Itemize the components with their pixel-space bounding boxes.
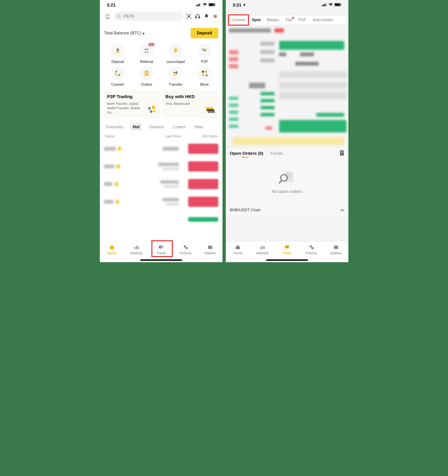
trade-tab-margin[interactable]: Margin [264,15,282,25]
svg-rect-39 [134,247,135,249]
svg-rect-6 [215,4,215,5]
document-icon[interactable] [340,150,344,156]
quick-p2p[interactable]: P2P [191,44,218,64]
market-tab-losers[interactable]: Losers [171,123,188,131]
empty-orders: No open orders [226,159,348,205]
market-row[interactable] [104,210,218,228]
quick-referral[interactable]: HotReferral [133,44,161,64]
balance-label[interactable]: Total Balance (BTC) ▸ [104,31,145,36]
quick-convert[interactable]: Convert [104,66,132,87]
nav-wallets[interactable]: Wallets [200,244,220,255]
chart-toggle[interactable]: BNB/USDT Chart [226,205,348,215]
coin-icon[interactable] [212,13,218,19]
nav-markets[interactable]: Markets [126,244,147,255]
nav-home[interactable]: Home [228,244,248,255]
svg-point-35 [153,110,155,112]
svg-rect-28 [202,71,204,73]
market-table-header: Name Last Price 24h chg% [100,132,223,140]
quick-transfer[interactable]: Transfer [162,66,190,87]
futures-icon [183,244,189,250]
svg-rect-67 [263,246,264,249]
funds-tab[interactable]: Funds [270,151,283,156]
svg-rect-48 [322,5,323,6]
chevron-right-icon: ▸ [143,31,145,36]
nav-trade[interactable]: Trade [151,244,171,255]
promo-card-1[interactable]: Buy with HKDVisa, Mastercard [162,91,218,119]
market-row[interactable] [104,175,218,193]
svg-rect-60 [286,173,292,174]
trade-screen: 3:21 ConvertSpotMarginFiatP2PAuto-Invest [226,0,348,262]
download-icon [111,44,125,57]
svg-point-20 [205,48,207,50]
markets-icon [134,244,140,250]
svg-rect-11 [196,17,196,18]
empty-text: No open orders [272,189,302,194]
quick-download[interactable]: Deposit [104,44,132,64]
svg-point-19 [202,48,204,50]
trade-tab-auto-invest[interactable]: Auto-Invest [309,15,336,25]
rocket-icon [169,44,183,57]
svg-rect-25 [146,72,148,72]
nav-futures[interactable]: Futures [175,244,196,255]
status-bar: 3:21 [100,0,223,10]
nav-futures[interactable]: Futures [301,244,322,255]
nav-markets[interactable]: Markets [252,244,273,255]
market-row[interactable] [104,193,218,210]
promo-card-0[interactable]: P2P TradingBank Transfer, Digital Wallet… [104,91,160,119]
home-screen: 3:21 [100,0,223,262]
nav-home[interactable]: Home [102,244,122,255]
promo-row: P2P TradingBank Transfer, Digital Wallet… [100,91,223,122]
svg-rect-29 [205,70,207,73]
market-tab-hot[interactable]: Hot [130,123,142,131]
promo-icon [204,104,215,115]
trade-tab-p2p[interactable]: P2P [295,15,309,25]
avatar-icon[interactable] [104,13,111,20]
wifi-icon [202,3,207,7]
p2p-icon [197,44,211,57]
open-orders-tab[interactable]: Open Orders (0) [230,151,263,156]
svg-rect-61 [286,175,292,176]
scan-icon[interactable] [186,13,192,19]
top-header [100,10,223,23]
svg-line-9 [120,17,121,18]
home-icon [109,244,115,250]
location-icon [242,4,246,7]
quick-rocket[interactable]: Launchpad [162,44,190,64]
svg-rect-57 [341,153,343,153]
nav-trade[interactable]: Trade [277,244,297,255]
market-tab-new[interactable]: New [193,123,206,131]
market-row[interactable] [104,140,218,158]
market-tab-gainers[interactable]: Gainers [147,123,166,131]
market-rows [100,140,223,228]
svg-point-33 [152,106,155,109]
market-tab-favorites[interactable]: Favorites [104,123,126,131]
deposit-button[interactable]: Deposit [191,28,218,38]
wallets-icon [207,244,213,250]
trade-tab-spot[interactable]: Spot [248,15,264,25]
svg-point-17 [147,49,148,50]
trade-tab-fiat[interactable]: Fiat [282,15,295,25]
trade-tab-convert[interactable]: Convert [228,15,249,25]
svg-line-64 [279,180,282,183]
trade-icon [158,244,164,250]
svg-rect-12 [199,17,200,18]
svg-rect-10 [188,16,190,17]
headset-icon[interactable] [195,13,201,19]
convert-icon [111,66,125,80]
svg-point-31 [206,74,208,76]
quick-more[interactable]: More [191,66,218,87]
bottom-nav: HomeMarketsTradeFuturesWallets [100,242,223,262]
markets-icon [259,244,265,250]
svg-rect-3 [200,3,201,6]
wallets-icon [333,244,339,250]
svg-rect-56 [341,151,343,152]
balance-row: Total Balance (BTC) ▸ Deposit [100,23,223,41]
market-row[interactable] [104,158,218,175]
quick-orders[interactable]: Orders [133,66,161,87]
nav-wallets[interactable]: Wallets [326,244,346,255]
bell-icon[interactable] [203,13,209,19]
search-input[interactable] [114,12,183,21]
svg-rect-65 [260,247,261,249]
orderbook-area [226,27,348,148]
svg-rect-15 [116,51,120,53]
